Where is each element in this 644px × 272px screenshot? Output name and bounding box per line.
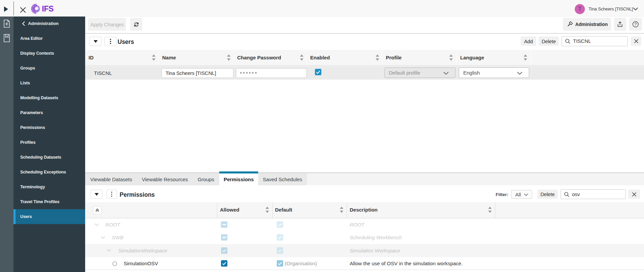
svg-text:?: ? (635, 22, 637, 27)
svg-text:IFS: IFS (42, 4, 53, 13)
